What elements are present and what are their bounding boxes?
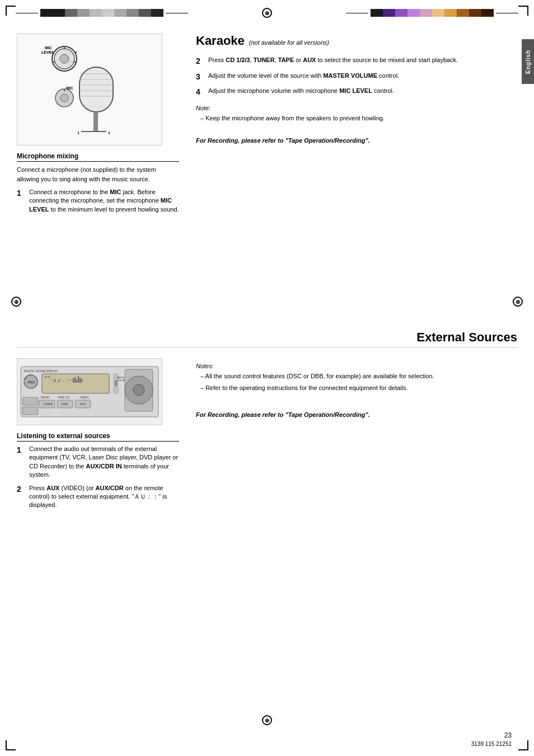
svg-text:VOLUM: VOLUM (117, 379, 125, 382)
karaoke-title: Karaoke (196, 34, 245, 48)
left-column-bottom: DIGITAL SOUND DISPLAY DSC "ＡＵ：：" (17, 358, 179, 514)
svg-text:RADIO: RADIO (41, 396, 50, 399)
listen-step-1: 1 Connect the audio out terminals of the… (17, 445, 179, 480)
crosshair-top-icon: ⊕ (262, 8, 272, 18)
step-num-2: 2 (196, 56, 205, 67)
ext-note-2: – Refer to the operating instructions fo… (200, 383, 517, 393)
ext-recording-ref: For Recording, please refer to "Tape Ope… (196, 410, 517, 420)
listening-heading: Listening to external sources (17, 432, 179, 442)
step-1-text: Connect a microphone to the MIC jack. Be… (29, 188, 179, 214)
svg-text:"ＡＵ：：": "ＡＵ：：" (50, 378, 72, 383)
microphone-mixing-heading: Microphone mixing (17, 152, 179, 162)
svg-text:DIGITAL SOUND DISPLAY: DIGITAL SOUND DISPLAY (24, 369, 58, 373)
svg-point-12 (60, 94, 68, 102)
svg-rect-31 (48, 376, 50, 378)
right-column-bottom: Notes: – All the sound control features … (196, 358, 517, 420)
svg-text:VIDEO: VIDEO (80, 396, 89, 399)
top-crosshair: ⊕ (262, 8, 272, 18)
crosshair-mid-left-icon: ⊕ (11, 297, 21, 307)
display-image-box: DIGITAL SOUND DISPLAY DSC "ＡＵ：：" (17, 358, 162, 425)
bar-left-group (16, 9, 188, 17)
karaoke-subtitle: (not available for all versions) (249, 39, 329, 46)
doc-number: 3139 115 21251 (471, 741, 512, 747)
crosshair-mid-right-icon: ⊕ (513, 297, 523, 307)
svg-rect-55 (22, 407, 38, 415)
left-column-top: MIC LEVEL MIC (17, 34, 179, 218)
svg-rect-36 (79, 378, 81, 383)
svg-text:TAPE: TAPE (61, 402, 68, 406)
mic-intro-text: Connect a microphone (not supplied) to t… (17, 165, 179, 184)
svg-point-53 (133, 384, 144, 396)
main-content: MIC LEVEL MIC (17, 34, 517, 722)
color-strip-left (40, 9, 163, 17)
hline-left2 (166, 13, 188, 13)
listening-steps: 1 Connect the audio out terminals of the… (17, 445, 179, 510)
hline-right2 (496, 13, 518, 13)
svg-rect-34 (76, 379, 77, 383)
hline-left (16, 13, 38, 13)
top-bar-area: ⊕ (16, 8, 518, 18)
karaoke-step-4: 4 Adjust the microphone volume with micr… (196, 87, 517, 98)
karaoke-step-2: 2 Press CD 1/2/3, TUNER, TAPE or AUX to … (196, 56, 517, 67)
mid-crosshair-left: ⊕ (11, 297, 21, 307)
ext-notes-label: Notes: (196, 363, 517, 369)
karaoke-recording-ref: For Recording, please refer to "Tape Ope… (196, 136, 517, 145)
bar-right-group (346, 9, 518, 17)
listen-step-1-text: Connect the audio out terminals of the e… (29, 445, 179, 480)
karaoke-steps: 2 Press CD 1/2/3, TUNER, TAPE or AUX to … (196, 56, 517, 98)
svg-rect-26 (42, 374, 109, 393)
svg-rect-33 (74, 377, 76, 383)
svg-rect-54 (22, 397, 38, 405)
external-sources-header: External Sources (17, 330, 517, 354)
listen-step-num-2: 2 (17, 484, 26, 510)
listen-step-num-1: 1 (17, 445, 26, 480)
corner-mark-br (518, 740, 528, 750)
ext-note-1: – All the sound control features (DSC or… (200, 372, 517, 381)
svg-rect-35 (78, 376, 79, 383)
bottom-crosshair: ⊕ (262, 715, 272, 725)
external-sources-title: External Sources (17, 330, 517, 348)
svg-text:MIC: MIC (45, 46, 52, 50)
crosshair-bottom-icon: ⊕ (262, 715, 272, 725)
right-column-top: English Karaoke (not available for all v… (196, 34, 517, 145)
corner-mark-tr (518, 6, 528, 16)
svg-rect-37 (81, 379, 82, 383)
display-illustration: DIGITAL SOUND DISPLAY DSC "ＡＵ：：" (20, 364, 160, 420)
svg-text:DSC: DSC (28, 381, 35, 384)
step-num-1: 1 (17, 188, 26, 214)
listen-step-2-text: Press AUX (VIDEO) (or AUX/CDR on the rem… (29, 484, 179, 510)
mic-illustration: MIC LEVEL MIC (34, 39, 146, 140)
listen-step-2: 2 Press AUX (VIDEO) (or AUX/CDR on the r… (17, 484, 179, 510)
mic-image-box: MIC LEVEL MIC (17, 34, 162, 145)
hline-right (346, 13, 368, 13)
page-number: 23 (504, 731, 512, 739)
svg-text:TUNER: TUNER (43, 402, 53, 406)
color-strip-right (371, 9, 494, 17)
karaoke-note-label: Note: (196, 105, 517, 111)
svg-text:TAPE 1/2: TAPE 1/2 (58, 396, 69, 399)
step-3-text: Adjust the volume level of the source wi… (208, 72, 399, 83)
mic-step-1: 1 Connect a microphone to the MIC jack. … (17, 188, 179, 214)
step-num-4: 4 (196, 87, 205, 98)
step-num-3: 3 (196, 72, 205, 83)
svg-rect-32 (73, 378, 74, 383)
corner-mark-tl (6, 6, 16, 16)
svg-text:AUX: AUX (80, 402, 86, 406)
svg-line-7 (75, 51, 77, 53)
karaoke-note-dash: – Keep the microphone away from the spea… (200, 114, 517, 123)
step-4-text: Adjust the microphone volume with microp… (208, 87, 394, 98)
step-2-text: Press CD 1/2/3, TUNER, TAPE or AUX to se… (208, 56, 458, 67)
mid-crosshair-right: ⊕ (513, 297, 523, 307)
mic-steps-list: 1 Connect a microphone to the MIC jack. … (17, 188, 179, 214)
english-sidebar: English (522, 39, 534, 84)
corner-mark-bl (6, 740, 16, 750)
svg-rect-30 (45, 376, 47, 378)
karaoke-header: Karaoke (not available for all versions) (196, 34, 517, 50)
karaoke-step-3: 3 Adjust the volume level of the source … (196, 72, 517, 83)
svg-rect-20 (93, 112, 98, 132)
svg-point-4 (60, 54, 69, 63)
